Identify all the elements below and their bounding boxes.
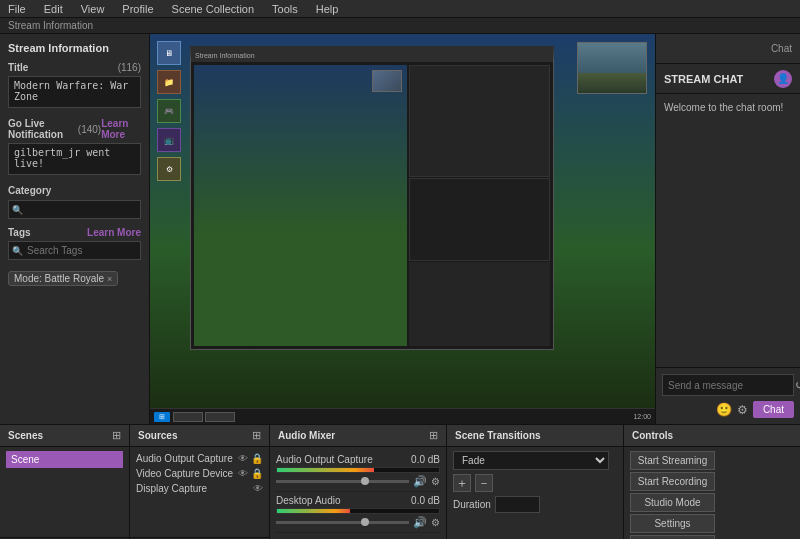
scenes-header: Scenes ⊞ bbox=[0, 425, 129, 447]
chat-send-button[interactable]: Chat bbox=[753, 401, 794, 418]
preview-desktop: 🖥 📁 🎮 📺 ⚙ Stream Information bbox=[150, 34, 655, 424]
tag-remove[interactable]: × bbox=[107, 274, 112, 284]
stream-chat-title-bar: STREAM CHAT 👤 bbox=[656, 64, 800, 94]
audio-db-2: 0.0 dB bbox=[411, 495, 440, 506]
controls-panel: Controls Start Streaming Start Recording… bbox=[624, 425, 800, 539]
main-area: Stream Information Title (116) Modern Wa… bbox=[0, 34, 800, 424]
transition-add-remove: ＋ － bbox=[453, 474, 617, 492]
audio-track-2: Desktop Audio 0.0 dB 🔊 ⚙ bbox=[276, 492, 440, 533]
audio-settings-icon-2[interactable]: ⚙ bbox=[431, 517, 440, 528]
source-eye-icon-3[interactable]: 👁 bbox=[253, 483, 263, 494]
menu-file[interactable]: File bbox=[4, 3, 30, 15]
go-live-learn-more[interactable]: Learn More bbox=[101, 118, 141, 140]
transitions-title: Scene Transitions bbox=[455, 430, 541, 441]
audio-label-2: Desktop Audio bbox=[276, 495, 341, 506]
audio-meter-fill-1 bbox=[277, 468, 374, 472]
category-input[interactable]: Call of Duty: Moder bbox=[8, 200, 141, 219]
audio-thumb-1 bbox=[361, 477, 369, 485]
sources-title: Sources bbox=[138, 430, 177, 441]
menu-bar: File Edit View Profile Scene Collection … bbox=[0, 0, 800, 18]
chat-messages: Welcome to the chat room! bbox=[656, 94, 800, 367]
transition-remove-btn[interactable]: － bbox=[475, 474, 493, 492]
audio-expand-icon[interactable]: ⊞ bbox=[429, 429, 438, 442]
tags-field: 🔍 bbox=[8, 241, 141, 260]
stream-info-title: Stream Information bbox=[8, 42, 141, 54]
studio-mode-btn[interactable]: Studio Mode bbox=[630, 493, 715, 512]
info-bar-text: Stream Information bbox=[8, 20, 93, 31]
title-field-label: Title (116) bbox=[8, 62, 141, 73]
source-item-3[interactable]: Display Capture 👁 bbox=[136, 481, 263, 496]
start-streaming-btn[interactable]: Start Streaming bbox=[630, 451, 715, 470]
transitions-panel: Scene Transitions Fade ＋ － Duration 300 … bbox=[447, 425, 624, 539]
chat-actions: 🙂 ⚙ Chat bbox=[662, 401, 794, 418]
source-eye-icon-2[interactable]: 👁 bbox=[238, 468, 248, 479]
chat-send-icon[interactable]: ↺ bbox=[795, 378, 800, 392]
settings-btn[interactable]: Settings bbox=[630, 514, 715, 533]
audio-controls-1: 🔊 ⚙ bbox=[276, 475, 440, 488]
audio-meter-fill-2 bbox=[277, 509, 350, 513]
go-live-input[interactable]: gilbertm_jr went live! bbox=[8, 143, 141, 175]
title-input[interactable]: Modern Warfare: War Zone bbox=[8, 76, 141, 108]
audio-track-2-header: Desktop Audio 0.0 dB bbox=[276, 495, 440, 506]
chat-person-icon: 👤 bbox=[774, 70, 792, 88]
audio-panel: Audio Mixer ⊞ Audio Output Capture 0.0 d… bbox=[270, 425, 447, 539]
chat-message-input[interactable] bbox=[668, 380, 795, 391]
audio-label-1: Audio Output Capture bbox=[276, 454, 373, 465]
chat-panel: Chat STREAM CHAT 👤 Welcome to the chat r… bbox=[655, 34, 800, 424]
duration-row: Duration 300 ms bbox=[453, 496, 617, 513]
menu-tools[interactable]: Tools bbox=[268, 3, 302, 15]
tag-label: Mode: Battle Royale bbox=[14, 273, 104, 284]
menu-view[interactable]: View bbox=[77, 3, 109, 15]
bottom-panels: Scenes ⊞ Scene ＋ ∧ ∨ Sources ⊞ Audio Out… bbox=[0, 424, 800, 539]
audio-slider-2[interactable] bbox=[276, 521, 409, 524]
scenes-title: Scenes bbox=[8, 430, 43, 441]
sources-content: Audio Output Capture 👁 🔒 Video Capture D… bbox=[130, 447, 269, 537]
category-label: Category bbox=[8, 185, 141, 196]
audio-track-1-header: Audio Output Capture 0.0 dB bbox=[276, 454, 440, 465]
audio-content: Audio Output Capture 0.0 dB 🔊 ⚙ Desktop … bbox=[270, 447, 446, 539]
left-panel: Stream Information Title (116) Modern Wa… bbox=[0, 34, 150, 424]
audio-db-1: 0.0 dB bbox=[411, 454, 440, 465]
start-recording-btn[interactable]: Start Recording bbox=[630, 472, 715, 491]
audio-slider-1[interactable] bbox=[276, 480, 409, 483]
scenes-expand-icon[interactable]: ⊞ bbox=[112, 429, 121, 442]
sources-expand-icon[interactable]: ⊞ bbox=[252, 429, 261, 442]
transition-add-btn[interactable]: ＋ bbox=[453, 474, 471, 492]
source-icons-1: 👁 🔒 bbox=[238, 453, 263, 464]
go-live-label: Go Live Notification (140) Learn More bbox=[8, 118, 141, 140]
menu-profile[interactable]: Profile bbox=[118, 3, 157, 15]
exit-btn[interactable]: Exit bbox=[630, 535, 715, 539]
audio-volume-icon-2[interactable]: 🔊 bbox=[413, 516, 427, 529]
source-eye-icon-1[interactable]: 👁 bbox=[238, 453, 248, 464]
scenes-panel: Scenes ⊞ Scene ＋ ∧ ∨ bbox=[0, 425, 130, 539]
chat-input-area: ↺ 🙂 ⚙ Chat bbox=[656, 367, 800, 424]
controls-title: Controls bbox=[632, 430, 673, 441]
menu-scene-collection[interactable]: Scene Collection bbox=[168, 3, 259, 15]
category-field: 🔍 Call of Duty: Moder bbox=[8, 200, 141, 219]
tags-search-icon: 🔍 bbox=[12, 246, 23, 256]
source-icons-2: 👁 🔒 bbox=[238, 468, 263, 479]
duration-input[interactable]: 300 ms bbox=[495, 496, 540, 513]
search-icon: 🔍 bbox=[12, 205, 23, 215]
tags-input[interactable] bbox=[8, 241, 141, 260]
transition-type-select[interactable]: Fade bbox=[453, 451, 609, 470]
preview-area: 🖥 📁 🎮 📺 ⚙ Stream Information bbox=[150, 34, 655, 424]
audio-track-1: Audio Output Capture 0.0 dB 🔊 ⚙ bbox=[276, 451, 440, 492]
source-item-1[interactable]: Audio Output Capture 👁 🔒 bbox=[136, 451, 263, 466]
source-label-3: Display Capture bbox=[136, 483, 207, 494]
tags-learn-more[interactable]: Learn More bbox=[87, 227, 141, 238]
audio-volume-icon-1[interactable]: 🔊 bbox=[413, 475, 427, 488]
emoji-icon[interactable]: 🙂 bbox=[716, 402, 732, 417]
source-lock-icon-1[interactable]: 🔒 bbox=[251, 453, 263, 464]
audio-controls-2: 🔊 ⚙ bbox=[276, 516, 440, 529]
menu-help[interactable]: Help bbox=[312, 3, 343, 15]
audio-settings-icon-1[interactable]: ⚙ bbox=[431, 476, 440, 487]
chat-settings-icon[interactable]: ⚙ bbox=[737, 403, 748, 417]
source-lock-icon-2[interactable]: 🔒 bbox=[251, 468, 263, 479]
tag-badge[interactable]: Mode: Battle Royale × bbox=[8, 271, 118, 286]
scene-item[interactable]: Scene bbox=[6, 451, 123, 468]
source-item-2[interactable]: Video Capture Device 👁 🔒 bbox=[136, 466, 263, 481]
audio-thumb-2 bbox=[361, 518, 369, 526]
menu-edit[interactable]: Edit bbox=[40, 3, 67, 15]
controls-content: Start Streaming Start Recording Studio M… bbox=[624, 447, 800, 539]
